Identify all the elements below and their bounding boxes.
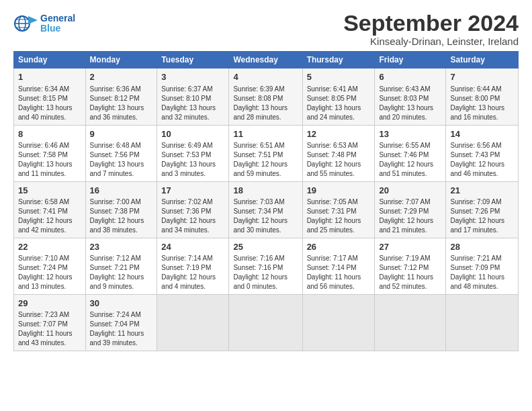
day-number: 23 xyxy=(90,241,153,253)
day-number: 4 xyxy=(233,71,298,83)
day-number: 26 xyxy=(307,241,371,253)
day-info: Sunrise: 7:19 AM Sunset: 7:12 PM Dayligh… xyxy=(379,254,441,291)
header-cell-wednesday: Wednesday xyxy=(229,52,302,68)
day-number: 27 xyxy=(379,241,441,253)
day-number: 14 xyxy=(450,128,514,140)
header-cell-tuesday: Tuesday xyxy=(157,52,229,68)
day-info: Sunrise: 6:53 AM Sunset: 7:48 PM Dayligh… xyxy=(307,141,371,179)
day-info: Sunrise: 6:51 AM Sunset: 7:51 PM Dayligh… xyxy=(233,141,298,179)
day-cell: 5Sunrise: 6:41 AM Sunset: 8:05 PM Daylig… xyxy=(302,68,375,125)
day-cell: 30Sunrise: 7:24 AM Sunset: 7:04 PM Dayli… xyxy=(85,295,157,351)
day-number: 15 xyxy=(18,185,81,197)
calendar-table: SundayMondayTuesdayWednesdayThursdayFrid… xyxy=(13,51,519,351)
day-info: Sunrise: 6:39 AM Sunset: 8:08 PM Dayligh… xyxy=(233,85,298,122)
day-cell xyxy=(375,295,446,351)
day-cell: 13Sunrise: 6:55 AM Sunset: 7:46 PM Dayli… xyxy=(375,125,446,181)
day-cell: 3Sunrise: 6:37 AM Sunset: 8:10 PM Daylig… xyxy=(157,68,229,125)
day-cell: 2Sunrise: 6:36 AM Sunset: 8:12 PM Daylig… xyxy=(85,68,157,125)
day-info: Sunrise: 6:37 AM Sunset: 8:10 PM Dayligh… xyxy=(161,85,224,122)
day-info: Sunrise: 7:05 AM Sunset: 7:31 PM Dayligh… xyxy=(307,197,371,235)
location: Kinsealy-Drinan, Leinster, Ireland xyxy=(343,36,519,47)
day-cell: 11Sunrise: 6:51 AM Sunset: 7:51 PM Dayli… xyxy=(229,125,302,181)
day-info: Sunrise: 7:02 AM Sunset: 7:36 PM Dayligh… xyxy=(161,197,224,235)
week-row-1: 1Sunrise: 6:34 AM Sunset: 8:15 PM Daylig… xyxy=(14,68,519,125)
day-cell: 12Sunrise: 6:53 AM Sunset: 7:48 PM Dayli… xyxy=(302,125,375,181)
day-cell: 10Sunrise: 6:49 AM Sunset: 7:53 PM Dayli… xyxy=(157,125,229,181)
day-info: Sunrise: 7:16 AM Sunset: 7:16 PM Dayligh… xyxy=(233,254,298,291)
day-cell: 4Sunrise: 6:39 AM Sunset: 8:08 PM Daylig… xyxy=(229,68,302,125)
day-number: 17 xyxy=(161,185,224,197)
header-cell-thursday: Thursday xyxy=(302,52,375,68)
day-number: 16 xyxy=(90,185,153,197)
day-info: Sunrise: 7:10 AM Sunset: 7:24 PM Dayligh… xyxy=(18,254,81,291)
day-cell: 16Sunrise: 7:00 AM Sunset: 7:38 PM Dayli… xyxy=(85,181,157,238)
week-row-5: 29Sunrise: 7:23 AM Sunset: 7:07 PM Dayli… xyxy=(14,295,519,351)
day-number: 22 xyxy=(18,241,81,253)
day-number: 12 xyxy=(307,128,371,140)
day-cell: 26Sunrise: 7:17 AM Sunset: 7:14 PM Dayli… xyxy=(302,238,375,294)
day-cell: 7Sunrise: 6:44 AM Sunset: 8:00 PM Daylig… xyxy=(446,68,519,125)
day-number: 25 xyxy=(233,241,298,253)
day-info: Sunrise: 7:07 AM Sunset: 7:29 PM Dayligh… xyxy=(379,197,441,235)
header-cell-monday: Monday xyxy=(85,52,157,68)
week-row-4: 22Sunrise: 7:10 AM Sunset: 7:24 PM Dayli… xyxy=(14,238,519,294)
day-number: 7 xyxy=(450,71,514,83)
day-cell: 20Sunrise: 7:07 AM Sunset: 7:29 PM Dayli… xyxy=(375,181,446,238)
day-info: Sunrise: 6:49 AM Sunset: 7:53 PM Dayligh… xyxy=(161,141,224,179)
day-number: 21 xyxy=(450,185,514,197)
day-number: 3 xyxy=(161,71,224,83)
day-number: 11 xyxy=(233,128,298,140)
day-cell: 25Sunrise: 7:16 AM Sunset: 7:16 PM Dayli… xyxy=(229,238,302,294)
day-info: Sunrise: 6:43 AM Sunset: 8:03 PM Dayligh… xyxy=(379,85,441,122)
week-row-3: 15Sunrise: 6:58 AM Sunset: 7:41 PM Dayli… xyxy=(14,181,519,238)
day-cell xyxy=(302,295,375,351)
day-number: 9 xyxy=(90,128,153,140)
day-cell: 28Sunrise: 7:21 AM Sunset: 7:09 PM Dayli… xyxy=(446,238,519,294)
day-info: Sunrise: 7:21 AM Sunset: 7:09 PM Dayligh… xyxy=(450,254,514,291)
day-cell: 22Sunrise: 7:10 AM Sunset: 7:24 PM Dayli… xyxy=(14,238,86,294)
day-cell xyxy=(446,295,519,351)
day-info: Sunrise: 7:17 AM Sunset: 7:14 PM Dayligh… xyxy=(307,254,371,291)
day-info: Sunrise: 7:09 AM Sunset: 7:26 PM Dayligh… xyxy=(450,197,514,235)
title-area: September 2024 Kinsealy-Drinan, Leinster… xyxy=(343,11,519,47)
logo-line1: General xyxy=(40,13,75,24)
day-info: Sunrise: 6:41 AM Sunset: 8:05 PM Dayligh… xyxy=(307,85,371,122)
day-info: Sunrise: 7:24 AM Sunset: 7:04 PM Dayligh… xyxy=(90,310,153,348)
day-number: 24 xyxy=(161,241,224,253)
day-cell: 9Sunrise: 6:48 AM Sunset: 7:56 PM Daylig… xyxy=(85,125,157,181)
header-cell-saturday: Saturday xyxy=(446,52,519,68)
day-info: Sunrise: 7:14 AM Sunset: 7:19 PM Dayligh… xyxy=(161,254,224,291)
day-cell: 15Sunrise: 6:58 AM Sunset: 7:41 PM Dayli… xyxy=(14,181,86,238)
day-number: 6 xyxy=(379,71,441,83)
day-cell: 18Sunrise: 7:03 AM Sunset: 7:34 PM Dayli… xyxy=(229,181,302,238)
day-number: 20 xyxy=(379,185,441,197)
day-number: 8 xyxy=(18,128,81,140)
day-number: 29 xyxy=(18,298,81,310)
day-cell xyxy=(157,295,229,351)
week-row-2: 8Sunrise: 6:46 AM Sunset: 7:58 PM Daylig… xyxy=(14,125,519,181)
day-number: 13 xyxy=(379,128,441,140)
logo: General Blue xyxy=(13,13,75,34)
day-cell: 23Sunrise: 7:12 AM Sunset: 7:21 PM Dayli… xyxy=(85,238,157,294)
day-number: 30 xyxy=(90,298,153,310)
day-info: Sunrise: 6:56 AM Sunset: 7:43 PM Dayligh… xyxy=(450,141,514,179)
header-row: SundayMondayTuesdayWednesdayThursdayFrid… xyxy=(14,52,519,68)
day-number: 2 xyxy=(90,71,153,83)
day-number: 10 xyxy=(161,128,224,140)
day-cell: 17Sunrise: 7:02 AM Sunset: 7:36 PM Dayli… xyxy=(157,181,229,238)
day-info: Sunrise: 7:23 AM Sunset: 7:07 PM Dayligh… xyxy=(18,310,81,348)
day-cell: 14Sunrise: 6:56 AM Sunset: 7:43 PM Dayli… xyxy=(446,125,519,181)
day-info: Sunrise: 6:34 AM Sunset: 8:15 PM Dayligh… xyxy=(18,85,81,122)
day-info: Sunrise: 6:46 AM Sunset: 7:58 PM Dayligh… xyxy=(18,141,81,179)
header-cell-sunday: Sunday xyxy=(14,52,86,68)
day-cell: 6Sunrise: 6:43 AM Sunset: 8:03 PM Daylig… xyxy=(375,68,446,125)
day-info: Sunrise: 6:55 AM Sunset: 7:46 PM Dayligh… xyxy=(379,141,441,179)
day-info: Sunrise: 7:00 AM Sunset: 7:38 PM Dayligh… xyxy=(90,197,153,235)
day-cell: 19Sunrise: 7:05 AM Sunset: 7:31 PM Dayli… xyxy=(302,181,375,238)
day-info: Sunrise: 7:03 AM Sunset: 7:34 PM Dayligh… xyxy=(233,197,298,235)
day-number: 19 xyxy=(307,185,371,197)
day-info: Sunrise: 6:48 AM Sunset: 7:56 PM Dayligh… xyxy=(90,141,153,179)
day-cell: 24Sunrise: 7:14 AM Sunset: 7:19 PM Dayli… xyxy=(157,238,229,294)
header-cell-friday: Friday xyxy=(375,52,446,68)
logo-icon xyxy=(13,13,38,34)
